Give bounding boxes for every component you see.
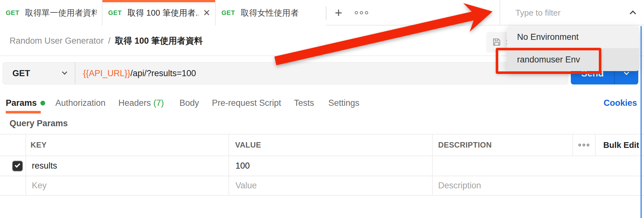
tab-title: 取得 100 筆使用者... <box>128 7 199 18</box>
method-select[interactable]: GET <box>3 62 75 84</box>
url-variable: {{API_URL}} <box>83 69 130 78</box>
breadcrumb-separator: / <box>108 36 111 46</box>
save-icon <box>492 37 501 47</box>
cookies-link[interactable]: Cookies <box>604 92 637 113</box>
bulk-edit-button[interactable]: Bulk Edit <box>603 134 639 156</box>
method-selected-value: GET <box>12 69 30 78</box>
tab-get-single-user[interactable]: GET 取得單一使用者資料 <box>0 0 102 25</box>
params-table: KEY VALUE DESCRIPTION Bulk Edit results … <box>0 134 644 196</box>
tab-get-female-users[interactable]: GET 取得女性使用者 <box>216 0 326 25</box>
tab-authorization[interactable]: Authorization <box>55 92 106 113</box>
request-bar: GET {{API_URL}} /api/?results=100 <box>3 62 568 84</box>
close-icon[interactable]: × <box>199 7 210 18</box>
tab-params[interactable]: Params <box>6 92 45 113</box>
tab-tests[interactable]: Tests <box>294 92 314 113</box>
active-tab-underline <box>6 111 41 113</box>
breadcrumb-collection[interactable]: Random User Generator <box>10 36 104 46</box>
environment-filter-input[interactable] <box>515 8 611 18</box>
chevron-down-icon <box>62 69 67 75</box>
params-more-icon[interactable] <box>572 134 595 156</box>
tab-bar: GET 取得單一使用者資料 GET 取得 100 筆使用者... × GET 取… <box>0 0 644 25</box>
column-header-key: KEY <box>31 134 47 156</box>
param-value-cell[interactable]: 100 <box>235 156 250 176</box>
tab-headers[interactable]: Headers (7) <box>118 92 164 113</box>
param-value-placeholder[interactable]: Value <box>235 176 257 195</box>
tab-title: 取得單一使用者資料 <box>25 7 97 18</box>
request-tabs: Params Authorization Headers (7) Body Pr… <box>0 92 644 113</box>
tab-settings[interactable]: Settings <box>328 92 360 113</box>
tab-prerequest-script[interactable]: Pre-request Script <box>212 92 281 113</box>
param-key-cell[interactable]: results <box>32 156 57 176</box>
url-path: /api/?results=100 <box>130 69 196 78</box>
new-tab-button[interactable]: + <box>330 0 347 25</box>
tabbar-divider <box>326 6 326 20</box>
param-description-placeholder[interactable]: Description <box>438 176 481 195</box>
annotation-red-box <box>496 48 601 74</box>
method-badge: GET <box>108 9 122 17</box>
column-header-value: VALUE <box>235 134 261 156</box>
query-params-title: Query Params <box>10 119 68 128</box>
method-badge: GET <box>6 9 19 17</box>
headers-count-badge: (7) <box>153 98 164 108</box>
panel-edge-highlight <box>640 26 642 218</box>
tab-options-icon[interactable] <box>353 0 370 25</box>
breadcrumb: Random User Generator / 取得 100 筆使用者資料 <box>10 25 203 56</box>
tab-get-100-users[interactable]: GET 取得 100 筆使用者... × <box>102 0 216 25</box>
column-header-description: DESCRIPTION <box>438 134 492 156</box>
tab-body[interactable]: Body <box>179 92 199 113</box>
tab-title: 取得女性使用者 <box>241 7 299 18</box>
chevron-up-icon[interactable] <box>630 11 636 17</box>
url-input[interactable]: {{API_URL}} /api/?results=100 <box>75 62 568 84</box>
param-row-new: Key Value Description <box>0 176 644 196</box>
method-badge: GET <box>221 9 235 17</box>
params-table-header: KEY VALUE DESCRIPTION Bulk Edit <box>0 134 644 156</box>
param-row-results: results 100 <box>0 156 644 176</box>
param-key-placeholder[interactable]: Key <box>32 176 47 195</box>
environment-selector <box>500 0 644 25</box>
postman-app: GET 取得單一使用者資料 GET 取得 100 筆使用者... × GET 取… <box>0 0 644 218</box>
breadcrumb-request-name: 取得 100 筆使用者資料 <box>115 35 203 47</box>
param-enabled-checkbox[interactable] <box>12 161 23 171</box>
env-option-no-environment[interactable]: No Environment <box>507 26 639 48</box>
params-active-dot <box>40 101 45 105</box>
active-tab-accent <box>102 0 216 2</box>
